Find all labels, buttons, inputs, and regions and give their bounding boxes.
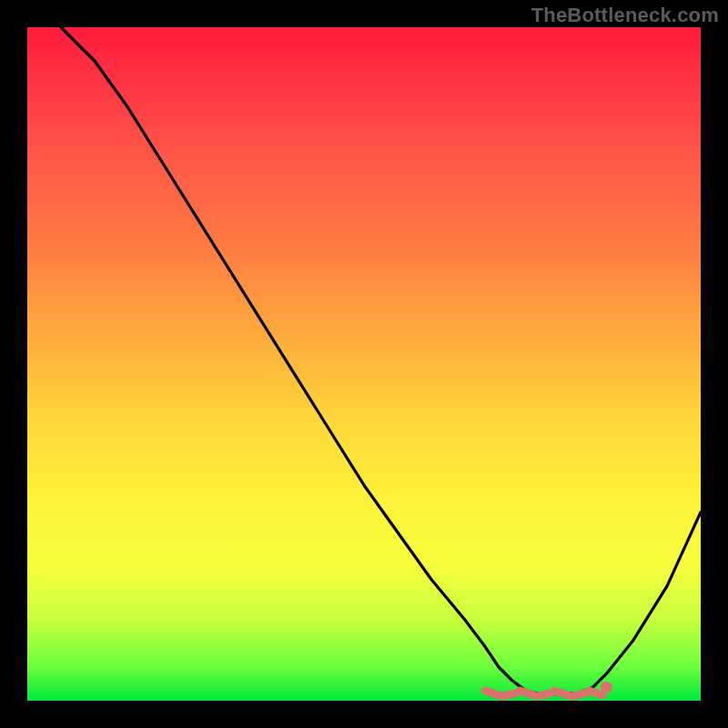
bottleneck-curve [61, 27, 701, 694]
plot-area [27, 27, 701, 701]
chart-stage: TheBottleneck.com [0, 0, 728, 728]
flat-region-highlight [485, 691, 602, 696]
flat-region-end-dot [601, 682, 612, 693]
watermark-text: TheBottleneck.com [531, 4, 719, 27]
chart-svg [27, 27, 701, 701]
